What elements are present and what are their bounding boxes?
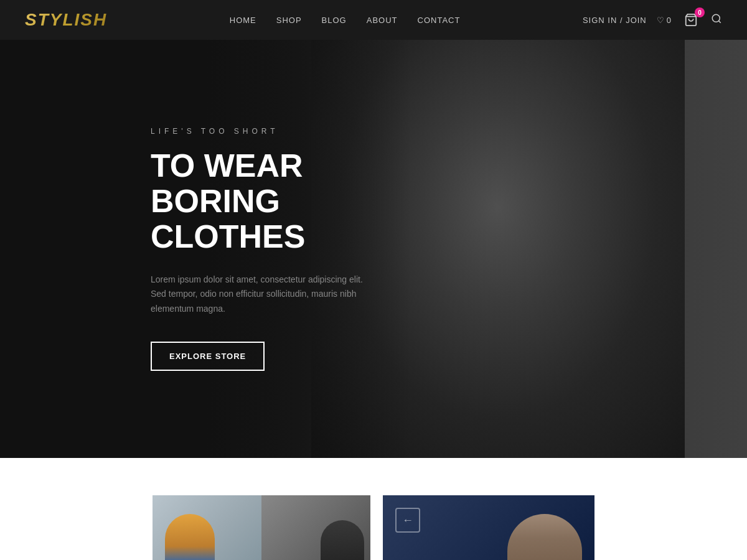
women-men-card: Women's's Collection Men's's Collection [153, 495, 370, 560]
main-nav: HOME SHOP BLOG ABOUT CONTACT [230, 16, 461, 25]
svg-point-1 [712, 14, 720, 22]
nav-actions: SIGN IN / JOIN ♡ 0 0 [583, 10, 722, 30]
cart-badge: 0 [695, 7, 705, 17]
hero-title: TO WEAR BORING CLOTHES [151, 148, 374, 255]
nav-home[interactable]: HOME [230, 16, 256, 25]
women-collection-card[interactable]: Women's's Collection [153, 495, 261, 560]
women-figure [165, 514, 215, 560]
hero-title-line1: TO WEAR BORING [151, 147, 303, 219]
nav-about[interactable]: ABOUT [367, 16, 398, 25]
men-figure [321, 520, 364, 560]
header: Stylish HOME SHOP BLOG ABOUT CONTACT SIG… [0, 0, 747, 40]
logo[interactable]: Stylish [25, 10, 107, 30]
hero-section: LIFE'S TOO SHORT TO WEAR BORING CLOTHES … [0, 40, 747, 458]
hero-title-line2: CLOTHES [151, 218, 305, 254]
heart-icon: ♡ [657, 16, 664, 25]
hero-content: LIFE'S TOO SHORT TO WEAR BORING CLOTHES … [0, 127, 374, 371]
search-button[interactable] [711, 13, 722, 27]
arrow-sign: ← [395, 508, 420, 533]
nav-contact[interactable]: CONTACT [418, 16, 461, 25]
cart-button[interactable]: 0 [681, 10, 701, 30]
explore-store-button[interactable]: Explore Store [151, 342, 265, 371]
sign-in-button[interactable]: SIGN IN / JOIN [583, 16, 647, 25]
couple-collection-card[interactable]: ← Couple's Collection [383, 495, 594, 560]
collections-section: Women's's Collection Men's's Collection … [0, 458, 747, 560]
wishlist-count: 0 [667, 16, 671, 25]
wishlist-button[interactable]: ♡ 0 [657, 16, 671, 25]
hero-description: Lorem ipsum dolor sit amet, consectetur … [151, 273, 374, 317]
men-collection-card[interactable]: Men's's Collection [261, 495, 370, 560]
nav-blog[interactable]: BLOG [322, 16, 347, 25]
nav-shop[interactable]: SHOP [276, 16, 302, 25]
hero-tagline: LIFE'S TOO SHORT [151, 127, 374, 136]
couple-figure [507, 514, 582, 560]
